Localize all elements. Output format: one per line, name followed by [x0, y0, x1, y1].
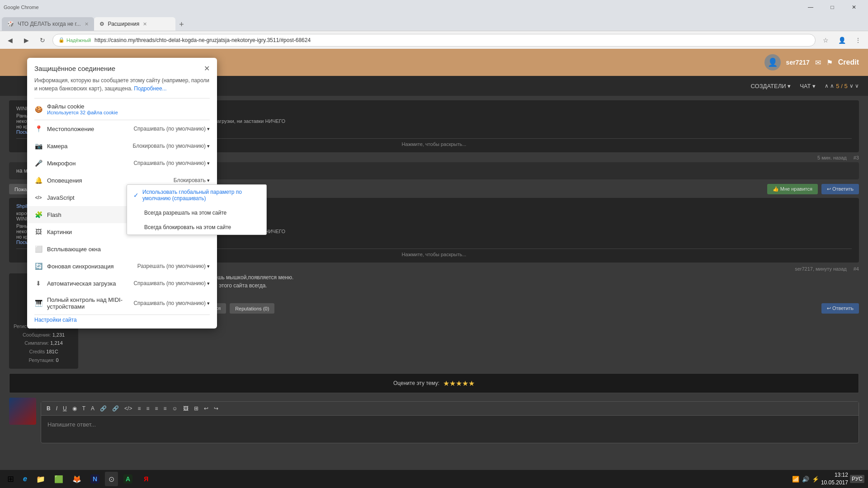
align-left-btn[interactable]: ≡	[136, 404, 142, 413]
nox-icon: N	[90, 474, 99, 483]
italic-btn[interactable]: I	[54, 404, 59, 413]
autodownload-select[interactable]: Спрашивать (по умолчанию)▾	[133, 280, 210, 286]
sync-label: Фоновая синхронизация	[47, 263, 133, 270]
undo-btn[interactable]: ↩	[202, 404, 210, 413]
yandex-taskbar-btn[interactable]: Я	[138, 472, 154, 486]
list-btn[interactable]: ≡	[161, 404, 168, 413]
post4-time: минуту назад	[816, 266, 847, 272]
table-btn[interactable]: ⊞	[192, 404, 200, 413]
images-icon: 🖼	[34, 228, 42, 236]
clock-time: 13:12	[821, 471, 848, 479]
color-btn[interactable]: ◉	[71, 404, 79, 413]
tab2-favicon: ⚙	[99, 21, 104, 27]
user-avatar: 👤	[764, 54, 781, 70]
align-right-btn[interactable]: ≡	[153, 404, 160, 413]
popup-close-button[interactable]: ✕	[204, 64, 210, 73]
maximize-button[interactable]: □	[822, 0, 843, 14]
system-tray: 📶 🔊 ⚡	[792, 476, 819, 483]
font-btn[interactable]: A	[89, 404, 96, 413]
popup-more-link[interactable]: Подробнее...	[134, 85, 166, 92]
tab2-close[interactable]: ✕	[143, 21, 147, 27]
reputations-button-4[interactable]: Reputations (0)	[230, 303, 274, 314]
tab-2[interactable]: ⚙ Расширения ✕	[94, 17, 175, 31]
midi-select[interactable]: Спрашивать (по умолчанию)▾	[133, 300, 210, 306]
mail-icon[interactable]: ✉	[815, 58, 821, 67]
popup-row-microphone: 🎤 Микрофон Спрашивать (по умолчанию)▾	[27, 155, 217, 172]
align-center-btn[interactable]: ≡	[144, 404, 151, 413]
reply-button-3[interactable]: ↩ Ответить	[821, 184, 859, 194]
reload-button[interactable]: ↻	[36, 34, 49, 47]
tab1-favicon: 🎲	[7, 21, 14, 27]
rating-stars[interactable]: ★★★★★	[443, 379, 475, 388]
camera-select[interactable]: Блокировать (по умолчанию)▾	[132, 143, 210, 149]
flash-option-allow[interactable]: Всегда разрешать на этом сайте	[127, 206, 266, 220]
popup-row-popups: ⬜ Всплывающие окна	[27, 240, 217, 258]
post3-time: 5 мин. назад	[817, 155, 847, 160]
profile-button[interactable]: 👤	[835, 34, 848, 47]
javascript-label: JavaScript	[47, 194, 133, 201]
tab1-title: ЧТО ДЕЛАТЬ когда не г...	[18, 21, 81, 27]
back-button[interactable]: ◀	[4, 34, 16, 47]
flash-dropdown-menu: ✓ Использовать глобальный параметр по ум…	[127, 184, 267, 235]
firefox-taskbar-btn[interactable]: 🦊	[69, 472, 85, 486]
popup-row-cookies: 🍪 Файлы cookie Используется 32 файла coo…	[27, 99, 217, 120]
start-button[interactable]: ⊞	[4, 472, 18, 486]
arrow-up[interactable]: ∧ ∧	[825, 83, 834, 89]
language-badge[interactable]: РУС	[850, 475, 864, 483]
text-btn[interactable]: T	[80, 404, 87, 413]
kaspersky-icon: A	[123, 474, 132, 483]
app3-icon: 🟩	[54, 475, 63, 483]
image-btn[interactable]: 🖼	[181, 404, 190, 413]
explorer-taskbar-btn[interactable]: 📁	[33, 472, 49, 486]
flash-option-default[interactable]: ✓ Использовать глобальный параметр по ум…	[127, 185, 266, 206]
reply-button-4[interactable]: ↩ Ответить	[821, 303, 859, 314]
chrome-taskbar-btn[interactable]: ⊙	[105, 472, 118, 486]
bookmark-button[interactable]: ☆	[819, 34, 832, 47]
kaspersky-taskbar-btn[interactable]: A	[120, 472, 136, 486]
sync-icon: 🔄	[34, 262, 42, 270]
nav-pagination: ∧ ∧ 5 / 5 ∨ ∨	[825, 83, 859, 89]
credit-button[interactable]: Credit	[838, 58, 859, 66]
minimize-button[interactable]: —	[800, 0, 821, 14]
check-icon: ✓	[133, 192, 139, 199]
nox-taskbar-btn[interactable]: N	[87, 472, 103, 486]
unlink-btn[interactable]: 🔗	[110, 404, 121, 413]
link-btn[interactable]: 🔗	[98, 404, 108, 413]
forward-button[interactable]: ▶	[20, 34, 33, 47]
lock-icon: 🔒	[58, 37, 65, 43]
nav-counter: 5 / 5	[836, 83, 847, 89]
ie-taskbar-btn[interactable]: e	[19, 472, 31, 486]
new-tab-button[interactable]: +	[175, 18, 188, 31]
sync-select[interactable]: Разрешать (по умолчанию)▾	[137, 263, 210, 269]
nav-chat[interactable]: ЧАТ ▾	[800, 83, 816, 89]
menu-button[interactable]: ⋮	[852, 34, 864, 47]
location-select[interactable]: Спрашивать (по умолчанию)▾	[133, 126, 210, 132]
flash-label: Flash	[47, 211, 129, 218]
rating-bar[interactable]: Оцените эту тему: ★★★★★	[9, 373, 859, 393]
tab1-close[interactable]: ✕	[85, 21, 89, 27]
secure-label: Надёжный	[66, 38, 91, 43]
app3-taskbar-btn[interactable]: 🟩	[51, 472, 67, 486]
cookies-icon: 🍪	[34, 105, 42, 113]
underline-btn[interactable]: U	[61, 404, 69, 413]
flash-option-block[interactable]: Всегда блокировать на этом сайте	[127, 220, 266, 235]
close-button[interactable]: ✕	[844, 0, 864, 14]
browser-chrome: Google Chrome — □ ✕ 🎲 ЧТО ДЕЛАТЬ когда н…	[0, 0, 868, 49]
site-settings-link[interactable]: Настройки сайта	[27, 315, 217, 328]
cookies-link[interactable]: Используется 32 файла cookie	[47, 110, 210, 115]
bold-btn[interactable]: B	[45, 404, 52, 413]
like-button-3[interactable]: 👍 Мне нравится	[767, 184, 818, 194]
arrow-down[interactable]: ∨ ∨	[849, 83, 859, 89]
notifications-select[interactable]: Блокировать▾	[174, 177, 210, 183]
nav-creators[interactable]: СОЗДАТЕЛИ ▾	[751, 83, 791, 89]
popup-row-autodownload: ⬇ Автоматическая загрузка Спрашивать (по…	[27, 275, 217, 292]
flag-icon[interactable]: ⚑	[826, 58, 833, 67]
editor-input[interactable]: Напишите ответ...	[41, 416, 859, 443]
taskbar-clock[interactable]: 13:12 10.05.2017	[821, 471, 848, 487]
tab-1[interactable]: 🎲 ЧТО ДЕЛАТЬ когда не г... ✕	[2, 17, 94, 31]
code-btn[interactable]: </>	[123, 404, 134, 413]
redo-btn[interactable]: ↪	[212, 404, 220, 413]
url-input[interactable]: 🔒 Надёжный https://casino.my/threads/cht…	[52, 34, 816, 47]
microphone-select[interactable]: Спрашивать (по умолчанию)▾	[133, 160, 210, 166]
emoji-btn[interactable]: ☺	[170, 404, 179, 413]
